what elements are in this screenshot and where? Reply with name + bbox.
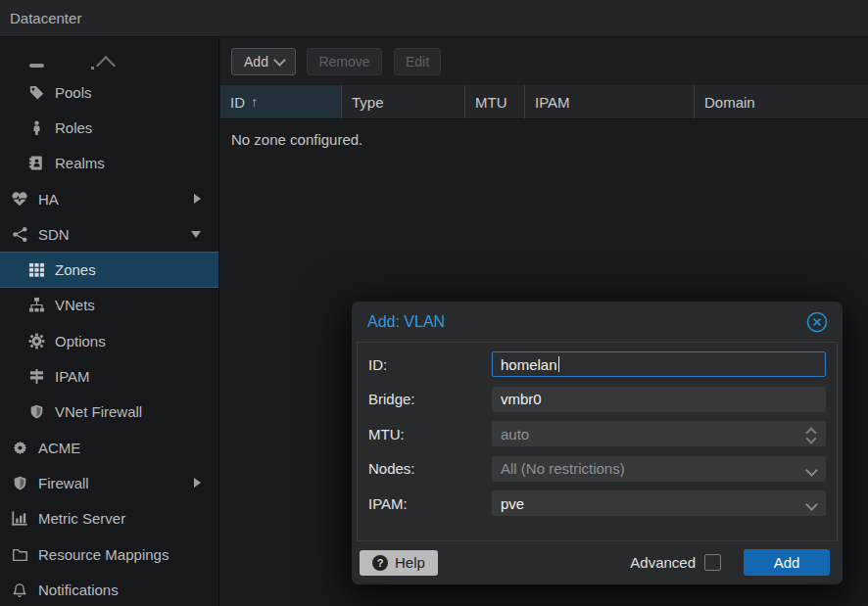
page-title: Datacenter xyxy=(10,10,81,26)
address-book-icon xyxy=(26,155,46,172)
text-cursor xyxy=(558,356,559,372)
expand-right-icon[interactable] xyxy=(194,478,201,488)
sitemap-icon xyxy=(26,297,46,314)
dialog-title: Add: VLAN xyxy=(367,313,445,331)
sidebar-item-vnet-firewall[interactable]: VNet Firewall xyxy=(0,395,218,430)
remove-button[interactable]: Remove xyxy=(307,48,382,75)
sidebar-item-label: SDN xyxy=(38,226,70,243)
person-icon xyxy=(26,118,46,136)
sidebar-item-ipam[interactable]: IPAM xyxy=(0,358,218,394)
map-signs-icon xyxy=(26,368,46,386)
field-row-id: ID: homelan xyxy=(368,351,826,377)
bell-icon xyxy=(10,581,29,598)
field-row-nodes: Nodes: All (No restrictions) xyxy=(368,456,826,482)
sort-ascending-icon: ↑ xyxy=(251,94,258,110)
clipped-text-fragment xyxy=(91,67,94,70)
sidebar-item-ha[interactable]: HA xyxy=(0,181,218,216)
edit-button[interactable]: Edit xyxy=(394,48,441,75)
chevron-up-icon xyxy=(99,56,113,70)
sidebar-item-label: Zones xyxy=(55,261,96,278)
field-row-ipam: IPAM: pve xyxy=(368,490,826,516)
sidebar-item-label: Pools xyxy=(55,84,92,101)
sidebar-item-label: HA xyxy=(38,191,59,208)
sidebar-item-notifications[interactable]: Notifications xyxy=(0,572,218,606)
sidebar-item-sdn[interactable]: SDN xyxy=(0,216,218,252)
shield-icon xyxy=(10,474,29,491)
sidebar-item-realms[interactable]: Realms xyxy=(0,146,218,181)
chevron-down-icon xyxy=(275,56,283,64)
add-vlan-dialog: Add: VLAN ID: homelan Bridge: vmbr0 MTU:… xyxy=(352,302,843,584)
dialog-add-button[interactable]: Add xyxy=(744,549,830,576)
sidebar-item-label: Notifications xyxy=(38,582,119,598)
add-button-label: Add xyxy=(244,54,268,70)
sidebar-item-label: Metric Server xyxy=(38,510,125,527)
gear-icon xyxy=(26,332,46,350)
zones-toolbar: Add Remove Edit xyxy=(220,38,868,85)
folder-icon xyxy=(10,545,29,563)
sidebar-item-partially-visible[interactable] xyxy=(0,38,218,74)
sidebar-item-label: Firewall xyxy=(38,475,89,491)
id-input-value: homelan xyxy=(501,356,557,373)
advanced-checkbox[interactable] xyxy=(704,554,721,571)
mtu-placeholder: auto xyxy=(501,426,529,443)
bridge-input-value: vmbr0 xyxy=(501,391,542,407)
column-header-id[interactable]: ID ↑ xyxy=(220,85,342,118)
help-button[interactable]: ? Help xyxy=(360,550,438,576)
shield-icon xyxy=(26,403,46,421)
heartbeat-icon xyxy=(10,190,29,208)
expand-down-icon[interactable] xyxy=(191,231,201,238)
field-row-mtu: MTU: auto xyxy=(368,421,826,446)
sidebar-item-vnets[interactable]: VNets xyxy=(0,288,218,323)
advanced-label: Advanced xyxy=(630,554,696,571)
expand-right-icon[interactable] xyxy=(194,194,201,204)
sidebar-item-label: IPAM xyxy=(55,368,90,385)
sidebar-item-options[interactable]: Options xyxy=(0,323,218,358)
close-icon[interactable] xyxy=(805,310,829,334)
sidebar-item-metric-server[interactable]: Metric Server xyxy=(0,501,218,536)
column-header-domain[interactable]: Domain xyxy=(695,85,868,118)
sidebar-item-label: ACME xyxy=(38,440,80,456)
sidebar-item-label: Roles xyxy=(55,119,92,136)
grid-header: ID ↑ Type MTU IPAM Domain xyxy=(220,85,868,119)
sidebar-item-resource-mappings[interactable]: Resource Mappings xyxy=(0,536,218,572)
grid-empty-text: No zone configured. xyxy=(220,119,868,148)
nodes-field-label: Nodes: xyxy=(368,460,492,477)
sidebar-item-label: Options xyxy=(55,333,106,350)
nodes-placeholder: All (No restrictions) xyxy=(501,460,625,477)
chevron-down-icon[interactable] xyxy=(807,500,816,509)
sidebar-item-label: Resource Mappings xyxy=(38,546,169,563)
dialog-header[interactable]: Add: VLAN xyxy=(352,302,843,342)
sidebar-item-firewall[interactable]: Firewall xyxy=(0,465,218,500)
help-icon: ? xyxy=(372,555,388,571)
bridge-field-label: Bridge: xyxy=(368,391,492,407)
column-header-ipam[interactable]: IPAM xyxy=(525,85,695,118)
mtu-spinner[interactable]: auto xyxy=(492,421,826,446)
dialog-body: ID: homelan Bridge: vmbr0 MTU: auto Node… xyxy=(357,342,838,541)
sidebar-item-pools[interactable]: Pools xyxy=(0,74,218,110)
dialog-footer: ? Help Advanced Add xyxy=(352,541,843,583)
add-button[interactable]: Add xyxy=(231,48,296,75)
certificate-seal-icon xyxy=(10,439,29,456)
bridge-input[interactable]: vmbr0 xyxy=(492,387,826,412)
ipam-select[interactable]: pve xyxy=(492,490,826,516)
id-input[interactable]: homelan xyxy=(492,351,826,377)
tag-icon xyxy=(26,83,46,101)
nodes-select[interactable]: All (No restrictions) xyxy=(492,456,826,482)
help-button-label: Help xyxy=(395,554,425,571)
number-spinner-icon[interactable] xyxy=(806,425,818,444)
ipam-field-label: IPAM: xyxy=(368,495,492,512)
bar-chart-icon xyxy=(10,510,29,528)
clipped-icon xyxy=(29,64,44,68)
sidebar: Pools Roles Realms HA SDN Zones xyxy=(0,38,219,606)
sidebar-item-roles[interactable]: Roles xyxy=(0,110,218,145)
chevron-down-icon[interactable] xyxy=(807,466,816,475)
column-header-mtu[interactable]: MTU xyxy=(465,85,525,118)
mtu-field-label: MTU: xyxy=(368,426,492,443)
network-nodes-icon xyxy=(10,225,29,243)
sidebar-item-label: VNet Firewall xyxy=(55,403,142,420)
sidebar-item-label: VNets xyxy=(55,297,95,313)
id-field-label: ID: xyxy=(368,356,492,373)
sidebar-item-acme[interactable]: ACME xyxy=(0,430,218,465)
column-header-type[interactable]: Type xyxy=(342,85,465,118)
sidebar-item-zones[interactable]: Zones xyxy=(0,252,218,287)
